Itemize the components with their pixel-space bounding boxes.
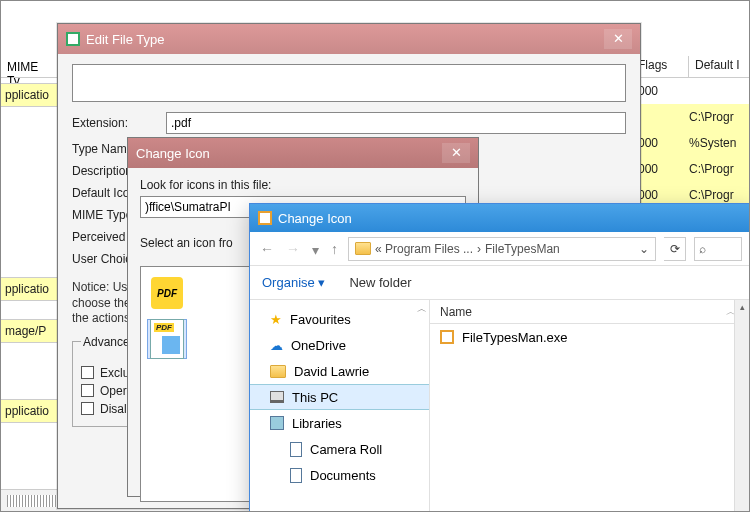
- ci1-title-text: Change Icon: [136, 146, 210, 161]
- pc-icon: [270, 391, 284, 403]
- tree-onedrive[interactable]: ☁OneDrive: [250, 332, 429, 358]
- tree-camera-roll[interactable]: Camera Roll: [250, 436, 429, 462]
- col-default[interactable]: Default I: [689, 56, 749, 78]
- nav-tree[interactable]: ︿ ★Favourites ☁OneDrive David Lawrie Thi…: [250, 300, 430, 512]
- file-name: FileTypesMan.exe: [462, 330, 568, 345]
- search-icon: ⌕: [699, 242, 706, 256]
- change-icon-browser-dialog: Change Icon ← → ▾ ↑ « Program Files ... …: [249, 203, 750, 512]
- tree-user[interactable]: David Lawrie: [250, 358, 429, 384]
- edit-title-text: Edit File Type: [86, 32, 165, 47]
- cloud-icon: ☁: [270, 338, 283, 353]
- tree-favourites[interactable]: ★Favourites: [250, 306, 429, 332]
- libraries-icon: [270, 416, 284, 430]
- tree-documents[interactable]: Documents: [250, 462, 429, 488]
- row-label: pplicatio: [1, 399, 61, 423]
- nav-forward-button[interactable]: →: [284, 241, 302, 257]
- refresh-button[interactable]: ⟳: [664, 237, 686, 261]
- folder-icon: [270, 365, 286, 378]
- top-text-area[interactable]: [72, 64, 626, 102]
- checkbox-icon: [81, 366, 94, 379]
- chk-exclu[interactable]: Exclu: [81, 366, 133, 380]
- chevron-down-icon[interactable]: ⌄: [639, 242, 649, 256]
- look-for-icons-label: Look for icons in this file:: [140, 178, 466, 192]
- ci1-close-button[interactable]: ✕: [442, 143, 470, 163]
- scroll-up-icon[interactable]: ︿: [417, 302, 427, 316]
- icon-list[interactable]: PDF: [140, 266, 258, 502]
- edit-titlebar[interactable]: Edit File Type ✕: [58, 24, 640, 54]
- organise-menu[interactable]: Organise ▾: [262, 275, 325, 290]
- checkbox-icon: [81, 402, 94, 415]
- tree-libraries[interactable]: Libraries: [250, 410, 429, 436]
- chk-disal[interactable]: Disal: [81, 402, 133, 416]
- pdf-icon: PDF: [151, 277, 183, 309]
- chk-oper[interactable]: Oper: [81, 384, 133, 398]
- file-header-name[interactable]: Name ︿: [430, 300, 750, 324]
- nav-up-button[interactable]: ↑: [329, 241, 340, 257]
- document-icon: [290, 442, 302, 457]
- pdf-page-icon: [150, 319, 184, 359]
- nav-back-button[interactable]: ←: [258, 241, 276, 257]
- document-icon: [290, 468, 302, 483]
- icon-option-pdf-yellow[interactable]: PDF: [147, 273, 187, 313]
- icon-option-pdf-page[interactable]: [147, 319, 187, 359]
- toolbar: Organise ▾ New folder: [250, 266, 750, 300]
- app-icon: [66, 32, 80, 46]
- chevron-right-icon: ›: [477, 242, 481, 256]
- ci1-titlebar[interactable]: Change Icon ✕: [128, 138, 478, 168]
- ci2-title-text: Change Icon: [278, 211, 352, 226]
- crumb-1[interactable]: « Program Files ...: [375, 242, 473, 256]
- advance-title: Advance: [81, 335, 132, 349]
- edit-close-button[interactable]: ✕: [604, 29, 632, 49]
- exe-icon: [440, 330, 454, 344]
- ci2-titlebar[interactable]: Change Icon: [250, 204, 750, 232]
- app-icon: [258, 211, 272, 225]
- nav-recent-button[interactable]: ▾: [310, 241, 321, 257]
- vertical-scrollbar[interactable]: [734, 300, 750, 512]
- file-pane: Name ︿ FileTypesMan.exe: [430, 300, 750, 512]
- breadcrumb[interactable]: « Program Files ... › FileTypesMan ⌄: [348, 237, 656, 261]
- row-label: pplicatio: [1, 277, 61, 301]
- row-label: pplicatio: [1, 83, 61, 107]
- extension-field[interactable]: [166, 112, 626, 134]
- nav-bar: ← → ▾ ↑ « Program Files ... › FileTypesM…: [250, 232, 750, 266]
- checkbox-icon: [81, 384, 94, 397]
- row-label: mage/P: [1, 319, 61, 343]
- extension-label: Extension:: [72, 116, 166, 130]
- search-input[interactable]: ⌕: [694, 237, 742, 261]
- col-mime[interactable]: MIME Ty: [1, 56, 57, 78]
- star-icon: ★: [270, 312, 282, 327]
- tree-this-pc[interactable]: This PC: [250, 384, 429, 410]
- file-row[interactable]: FileTypesMan.exe: [430, 324, 750, 350]
- crumb-2[interactable]: FileTypesMan: [485, 242, 560, 256]
- folder-icon: [355, 242, 371, 255]
- new-folder-button[interactable]: New folder: [349, 275, 411, 290]
